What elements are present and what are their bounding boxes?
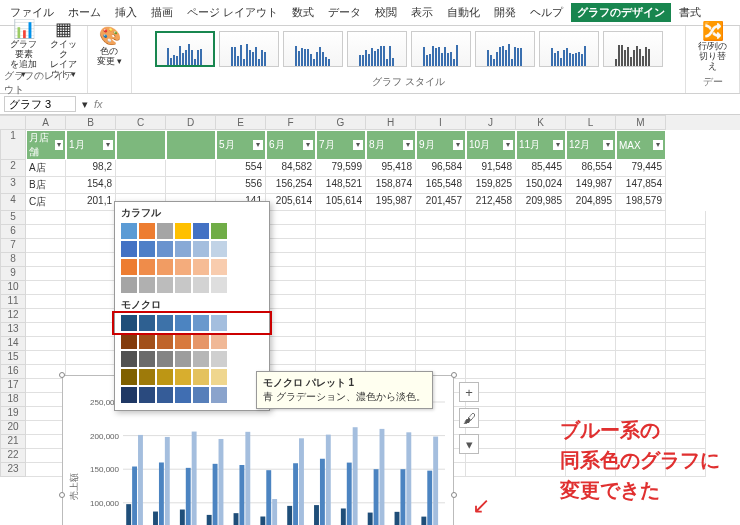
svg-rect-47 xyxy=(347,463,352,525)
svg-text:150,000: 150,000 xyxy=(90,465,119,474)
filter-dropdown[interactable]: ▾ xyxy=(253,140,263,150)
menu-item[interactable]: 自動化 xyxy=(441,3,486,22)
filter-dropdown[interactable]: ▾ xyxy=(103,140,113,150)
annotation-text: ブルー系の 同系色のグラフに 変更できた xyxy=(560,415,720,505)
palette-row[interactable] xyxy=(115,368,269,386)
fx-icon[interactable]: fx xyxy=(94,98,103,110)
svg-rect-35 xyxy=(266,470,271,525)
svg-rect-18 xyxy=(153,512,158,525)
svg-rect-22 xyxy=(180,510,185,525)
svg-rect-46 xyxy=(341,508,346,525)
menu-item[interactable]: ヘルプ xyxy=(524,3,569,22)
svg-rect-56 xyxy=(406,432,411,525)
quick-layout-button[interactable]: ▦ クイック レイアウト ▾ xyxy=(46,31,82,69)
svg-rect-19 xyxy=(159,462,164,525)
svg-rect-51 xyxy=(374,469,379,525)
svg-rect-52 xyxy=(380,429,385,525)
chart-style-thumb[interactable] xyxy=(219,31,279,67)
worksheet: ABCDEFGHIJKLM 1月店舗▾1月▾5月▾6月▾7月▾8月▾9月▾10月… xyxy=(0,115,740,525)
name-box-bar: ▾ fx xyxy=(0,94,740,115)
menu-item[interactable]: ページ レイアウト xyxy=(181,3,284,22)
svg-rect-38 xyxy=(287,506,292,525)
switch-row-col-button[interactable]: 🔀 行/列の 切り替え xyxy=(695,28,731,66)
filter-dropdown[interactable]: ▾ xyxy=(303,140,313,150)
svg-rect-59 xyxy=(427,471,432,525)
svg-text:100,000: 100,000 xyxy=(90,499,119,508)
svg-rect-14 xyxy=(126,504,131,525)
chart-style-thumb[interactable] xyxy=(411,31,471,67)
group-label: グラフ スタイル xyxy=(372,75,445,91)
chart-style-thumb[interactable] xyxy=(155,31,215,67)
chart-style-thumbs xyxy=(155,28,663,67)
svg-rect-42 xyxy=(314,505,319,525)
menu-item[interactable]: 描画 xyxy=(145,3,179,22)
palette-row[interactable] xyxy=(115,240,269,258)
palette-row[interactable] xyxy=(115,386,269,404)
mono-section-label: モノクロ xyxy=(115,294,269,314)
dropdown-icon[interactable]: ▾ xyxy=(82,98,88,111)
menu-item[interactable]: 校閲 xyxy=(369,3,403,22)
svg-rect-34 xyxy=(260,517,265,525)
svg-rect-27 xyxy=(213,464,218,525)
svg-rect-48 xyxy=(353,427,358,525)
change-colors-button[interactable]: 🎨 色の 変更 ▾ xyxy=(92,28,128,66)
menu-item[interactable]: データ xyxy=(322,3,367,22)
svg-rect-40 xyxy=(299,438,304,525)
annotation-arrow-icon: ↙ xyxy=(472,493,490,519)
svg-rect-26 xyxy=(207,515,212,525)
chart-style-thumb[interactable] xyxy=(475,31,535,67)
add-chart-element-button[interactable]: 📊 グラフ要素 を追加 ▾ xyxy=(6,31,42,69)
palette-row[interactable] xyxy=(115,332,269,350)
palette-row[interactable] xyxy=(115,314,269,332)
chart-style-thumb[interactable] xyxy=(283,31,343,67)
menu-item[interactable]: 数式 xyxy=(286,3,320,22)
svg-rect-60 xyxy=(433,437,438,525)
chart-style-thumb[interactable] xyxy=(603,31,663,67)
filter-dropdown[interactable]: ▾ xyxy=(403,140,413,150)
chart-brush-button[interactable]: 🖌 xyxy=(459,408,479,428)
filter-dropdown[interactable]: ▾ xyxy=(453,140,463,150)
group-label: デー xyxy=(703,75,723,91)
svg-rect-28 xyxy=(219,439,224,525)
palette-tooltip: モノクロ パレット 1 青 グラデーション、濃色から淡色。 xyxy=(256,371,433,409)
svg-text:売上額: 売上額 xyxy=(69,473,79,500)
menu-item[interactable]: 開発 xyxy=(488,3,522,22)
svg-rect-50 xyxy=(368,513,373,525)
name-box-input[interactable] xyxy=(4,96,76,112)
menu-item[interactable]: グラフのデザイン xyxy=(571,3,671,22)
svg-rect-20 xyxy=(165,437,170,525)
menu-item[interactable]: 挿入 xyxy=(109,3,143,22)
menu-item[interactable]: 表示 xyxy=(405,3,439,22)
svg-rect-24 xyxy=(192,432,197,525)
menu-item[interactable]: 書式 xyxy=(673,3,707,22)
chart-filter-button[interactable]: ▾ xyxy=(459,434,479,454)
chart-style-thumb[interactable] xyxy=(347,31,407,67)
svg-rect-36 xyxy=(272,499,277,525)
filter-dropdown[interactable]: ▾ xyxy=(603,140,613,150)
svg-rect-16 xyxy=(138,435,143,525)
palette-row[interactable] xyxy=(115,222,269,240)
filter-dropdown[interactable]: ▾ xyxy=(503,140,513,150)
filter-dropdown[interactable]: ▾ xyxy=(353,140,363,150)
svg-rect-23 xyxy=(186,468,191,525)
svg-rect-30 xyxy=(234,513,239,525)
menu-bar: ファイルホーム挿入描画ページ レイアウト数式データ校閲表示自動化開発ヘルプグラフ… xyxy=(0,0,740,26)
filter-dropdown[interactable]: ▾ xyxy=(653,140,663,150)
palette-row[interactable] xyxy=(115,350,269,368)
svg-rect-39 xyxy=(293,463,298,525)
svg-rect-55 xyxy=(400,469,405,525)
svg-rect-31 xyxy=(239,465,244,525)
svg-text:200,000: 200,000 xyxy=(90,432,119,441)
palette-row[interactable] xyxy=(115,258,269,276)
ribbon: 📊 グラフ要素 を追加 ▾ ▦ クイック レイアウト ▾ グラフのレイアウト 🎨… xyxy=(0,26,740,94)
filter-dropdown[interactable]: ▾ xyxy=(55,140,64,150)
palette-row[interactable] xyxy=(115,276,269,294)
column-headers: ABCDEFGHIJKLM xyxy=(0,115,740,130)
color-change-popup: カラフル モノクロ xyxy=(114,201,270,411)
chart-plus-button[interactable]: + xyxy=(459,382,479,402)
svg-rect-44 xyxy=(326,435,331,525)
svg-rect-15 xyxy=(132,467,137,525)
tooltip-desc: 青 グラデーション、濃色から淡色。 xyxy=(263,391,426,402)
chart-style-thumb[interactable] xyxy=(539,31,599,67)
filter-dropdown[interactable]: ▾ xyxy=(553,140,563,150)
